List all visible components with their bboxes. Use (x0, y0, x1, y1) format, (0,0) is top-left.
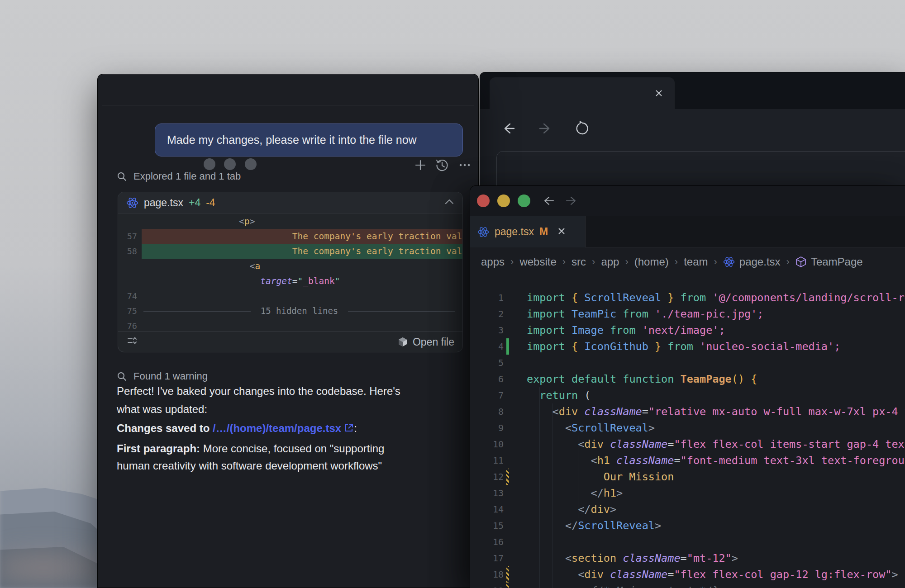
code-line[interactable]: 19 {/* Main content */} (470, 583, 905, 588)
colon: : (354, 422, 357, 434)
diff-row: 58 The company's early traction validate… (118, 244, 462, 259)
file-link[interactable]: /…/(home)/team/page.tsx (213, 422, 341, 434)
code-line[interactable]: 5 (470, 355, 905, 371)
breadcrumb-item-website[interactable]: website (519, 256, 556, 268)
code-line[interactable]: 9 <ScrollReveal> (470, 420, 905, 436)
diff-line-number (118, 274, 137, 289)
window-zoom-button[interactable] (245, 158, 257, 170)
breadcrumb-label: TeamPage (811, 256, 863, 268)
diff-line-number: 76 (118, 318, 137, 333)
code-text (509, 355, 527, 371)
tab-close-icon[interactable] (653, 87, 665, 99)
code-line[interactable]: 6export default function TeamPage() { (470, 371, 905, 387)
code-text: <ScrollReveal> (509, 420, 655, 436)
code-line[interactable]: 15 </ScrollReveal> (470, 517, 905, 534)
window-close-button[interactable] (477, 194, 490, 207)
tab-page-tsx[interactable]: page.tsx M (470, 216, 586, 247)
line-number: 7 (470, 387, 504, 403)
user-message-text: Made my changes, please write it into th… (167, 133, 417, 147)
window-minimize-button[interactable] (224, 158, 236, 170)
diff-row: <p> (118, 214, 462, 229)
window-minimize-button[interactable] (497, 194, 510, 207)
code-text: <section className="mt-12"> (509, 550, 738, 566)
tab-title: page.tsx (495, 226, 534, 238)
open-file-button[interactable]: Open file (397, 336, 454, 348)
hidden-lines-label[interactable]: 15 hidden lines (261, 303, 338, 318)
warning-status[interactable]: Found 1 warning (117, 370, 208, 382)
code-editor[interactable]: 1import { ScrollReveal } from '@/compone… (470, 289, 905, 588)
diff-card-header[interactable]: page.tsx +4 -4 (118, 192, 462, 213)
code-line[interactable]: 3import Image from 'next/image'; (470, 322, 905, 338)
diff-line-code: The company's early traction validated (137, 244, 462, 259)
diff-card: page.tsx +4 -4 <p>57 The company's early… (118, 192, 463, 352)
code-line[interactable]: 2import TeamPic from './team-pic.jpg'; (470, 306, 905, 322)
window-zoom-button[interactable] (518, 194, 530, 207)
breadcrumb-item-app[interactable]: app (601, 256, 619, 268)
new-chat-button[interactable] (412, 157, 429, 173)
first-paragraph-label: First paragraph: (117, 442, 200, 455)
more-options-button[interactable] (457, 157, 473, 173)
diff-line-code: 15 hidden lines (137, 303, 462, 318)
breadcrumb-label: team (684, 256, 708, 268)
assistant-text-line: what was updated: (117, 400, 400, 418)
editor-back-button[interactable] (540, 193, 556, 209)
browser-tab-strip (480, 72, 905, 109)
code-line[interactable]: 11 <h1 className="font-medium text-3xl t… (470, 452, 905, 469)
desktop: Made my changes, please write it into th… (0, 0, 905, 588)
browser-forward-button[interactable] (538, 120, 554, 137)
browser-back-button[interactable] (500, 120, 516, 137)
code-line[interactable]: 16 (470, 534, 905, 550)
code-line[interactable]: 4import { IconGithub } from 'nucleo-soci… (470, 338, 905, 355)
line-number: 15 (470, 517, 504, 534)
search-icon (117, 171, 127, 182)
code-line[interactable]: 13 </h1> (470, 485, 905, 501)
breadcrumb-item-teampage[interactable]: TeamPage (795, 256, 863, 268)
breadcrumb-separator: › (625, 256, 628, 268)
code-line[interactable]: 18 <div className="flex flex-col gap-12 … (470, 566, 905, 583)
line-number: 14 (470, 501, 504, 517)
breadcrumb-item-pagetsx[interactable]: page.tsx (723, 256, 781, 268)
modified-badge: M (539, 226, 548, 238)
browser-reload-button[interactable] (574, 120, 591, 137)
editor-forward-button[interactable] (564, 193, 580, 209)
diff-row: <a (118, 259, 462, 274)
code-line[interactable]: 7 return ( (470, 387, 905, 403)
code-line[interactable]: 8 <div className="relative mx-auto w-ful… (470, 403, 905, 420)
code-line[interactable]: 17 <section className="mt-12"> (470, 550, 905, 566)
editor-window: page.tsx M apps›website›src›app›(home)›t… (470, 185, 905, 588)
breadcrumb-item-team[interactable]: team (684, 256, 708, 268)
diff-line-code (137, 318, 462, 333)
code-line[interactable]: 10 <div className="flex flex-col items-s… (470, 436, 905, 452)
code-line[interactable]: 1import { ScrollReveal } from '@/compone… (470, 289, 905, 306)
titlebar-divider (102, 105, 474, 105)
explored-status[interactable]: Explored 1 file and 1 tab (117, 171, 241, 182)
breadcrumb-separator: › (675, 256, 678, 268)
code-text: <div className="flex flex-col gap-12 lg:… (509, 566, 898, 583)
diff-row: 57 The company's early traction validate… (118, 229, 462, 244)
code-line[interactable]: 14 </div> (470, 501, 905, 517)
breadcrumb-item-apps[interactable]: apps (481, 256, 505, 268)
editor-titlebar (470, 186, 905, 216)
chevron-up-icon[interactable] (444, 199, 454, 207)
line-number: 13 (470, 485, 504, 501)
breadcrumb-item-home[interactable]: (home) (634, 256, 669, 268)
breadcrumb-label: src (572, 256, 586, 268)
history-button[interactable] (434, 157, 450, 173)
code-line[interactable]: 12 Our Mission (470, 469, 905, 485)
code-text: {/* Main content */} (509, 583, 719, 588)
tab-close-icon[interactable] (557, 227, 566, 237)
react-icon (126, 197, 138, 209)
code-text (509, 534, 527, 550)
diff-line-code: The company's early traction validated (137, 229, 462, 244)
diff-line-number (118, 259, 137, 274)
zed-cube-icon (397, 337, 408, 347)
browser-tab[interactable] (490, 77, 675, 109)
breadcrumb-separator: › (510, 256, 514, 268)
window-close-button[interactable] (204, 158, 215, 170)
expand-lines-icon[interactable] (126, 335, 138, 349)
explored-status-text: Explored 1 file and 1 tab (133, 171, 241, 182)
external-link-icon[interactable] (344, 420, 354, 438)
line-number: 1 (470, 289, 504, 306)
line-number: 5 (470, 355, 504, 371)
breadcrumb-item-src[interactable]: src (572, 256, 586, 268)
